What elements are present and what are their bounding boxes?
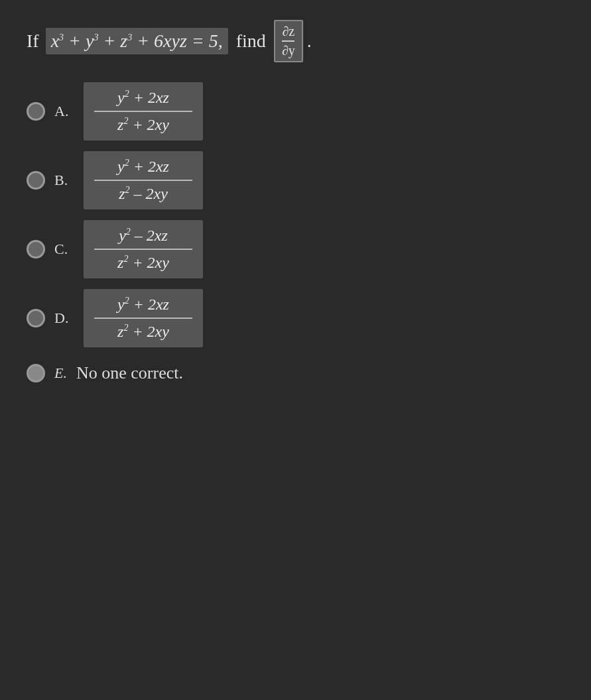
derivative-fraction: ∂z ∂y <box>274 20 303 62</box>
option-b[interactable]: B. y2 + 2xz z2 – 2xy <box>27 151 564 209</box>
label-e: E. <box>54 365 67 382</box>
radio-e[interactable] <box>27 364 45 382</box>
fraction-d-numerator: y2 + 2xz <box>94 296 192 319</box>
radio-b[interactable] <box>27 171 45 190</box>
option-e[interactable]: E. No one correct. <box>27 363 564 383</box>
option-d[interactable]: D. y2 + 2xz z2 + 2xy <box>27 289 564 347</box>
option-c[interactable]: C. y2 – 2xz z2 + 2xy <box>27 220 564 278</box>
label-b: B. <box>54 172 74 189</box>
label-c: C. <box>54 241 74 258</box>
label-d: D. <box>54 310 74 327</box>
fraction-b-denominator: z2 – 2xy <box>119 185 168 203</box>
period: . <box>307 30 312 52</box>
radio-a[interactable] <box>27 102 45 121</box>
question-prefix: If <box>27 30 39 52</box>
option-e-text: No one correct. <box>76 363 183 383</box>
radio-d[interactable] <box>27 309 45 327</box>
question-header: If x3 + y3 + z3 + 6xyz = 5, find ∂z ∂y . <box>27 20 564 62</box>
fraction-d: y2 + 2xz z2 + 2xy <box>84 289 203 347</box>
fraction-b-numerator: y2 + 2xz <box>94 158 192 181</box>
label-a: A. <box>54 103 74 120</box>
fraction-c-denominator: z2 + 2xy <box>117 254 169 272</box>
fraction-c-numerator: y2 – 2xz <box>94 227 192 250</box>
option-a[interactable]: A. y2 + 2xz z2 + 2xy <box>27 82 564 141</box>
options-list: A. y2 + 2xz z2 + 2xy B. y2 + 2xz z2 – 2x… <box>27 82 564 347</box>
fraction-b: y2 + 2xz z2 – 2xy <box>84 151 203 209</box>
radio-c[interactable] <box>27 240 45 259</box>
fraction-c: y2 – 2xz z2 + 2xy <box>84 220 203 278</box>
fraction-a: y2 + 2xz z2 + 2xy <box>84 82 203 141</box>
fraction-d-denominator: z2 + 2xy <box>117 323 169 341</box>
derivative-denominator: ∂y <box>282 43 295 58</box>
equation-highlight: x3 + y3 + z3 + 6xyz = 5, <box>46 28 228 54</box>
fraction-a-denominator: z2 + 2xy <box>117 116 169 134</box>
find-text: find <box>236 30 266 52</box>
derivative-numerator: ∂z <box>282 24 295 42</box>
fraction-a-numerator: y2 + 2xz <box>94 89 192 112</box>
